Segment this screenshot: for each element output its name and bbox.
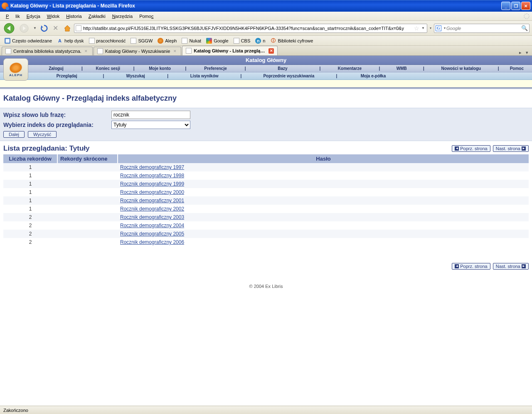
nav-preferencje[interactable]: Preferencje (189, 65, 242, 72)
statusbar: Zakończono (0, 406, 532, 414)
tab-wyszukiwanie[interactable]: Katalog Główny - Wyszukiwanie ✕ (94, 47, 181, 55)
cell-count: 1 (3, 180, 57, 188)
phrase-input[interactable] (111, 111, 190, 119)
entry-link[interactable]: Rocznik demograficzny 1997 (120, 164, 184, 170)
menu-view[interactable]: Widok (44, 13, 63, 20)
next-page-button[interactable]: Nast. strona► (493, 145, 529, 152)
aleph-logo[interactable]: ALEPH (3, 58, 28, 81)
index-select[interactable]: Tytuły (111, 121, 190, 129)
search-engine-icon[interactable]: G (436, 25, 441, 31)
tab-lista-przegladania[interactable]: Katalog Główny - Lista przegląda... ✕ (182, 46, 278, 55)
entry-link[interactable]: Rocznik demograficzny 1999 (120, 181, 184, 187)
close-button[interactable]: ✕ (521, 2, 530, 10)
list-tabs-button[interactable]: ▾ (524, 50, 530, 55)
search-bar[interactable]: G ▾ 🔍 (434, 24, 530, 33)
cell-entry: Rocznik demograficzny 2002 (118, 205, 529, 213)
entry-link[interactable]: Rocznik demograficzny 2000 (120, 189, 184, 195)
nav-poprzednie[interactable]: Poprzednie wyszukiwania (244, 72, 333, 79)
menu-file[interactable]: Plik (2, 13, 23, 20)
tab-close-icon[interactable]: ✕ (84, 49, 89, 54)
stop-button[interactable]: ✕ (51, 23, 61, 33)
search-input[interactable] (446, 26, 521, 31)
window-titlebar: Katalog Główny - Lista przeglądania - Mo… (0, 0, 532, 12)
tab-close-icon[interactable]: ✕ (268, 48, 274, 54)
tab-close-icon[interactable]: ✕ (172, 49, 177, 54)
entry-link[interactable]: Rocznik demograficzny 1998 (120, 173, 184, 178)
prev-page-button-bottom[interactable]: ◄Poprz. strona (452, 263, 490, 270)
nav-moje-konto[interactable]: Moje konto (137, 65, 183, 72)
bookmark-biblioteki[interactable]: ⓘBiblioteki cyfrowe (268, 37, 315, 45)
nav-zaloguj[interactable]: Zaloguj (33, 65, 79, 72)
nav-lista-wynikow[interactable]: Lista wyników (171, 72, 238, 79)
search-go-icon[interactable]: 🔍 (521, 25, 528, 31)
minimize-button[interactable]: _ (501, 2, 510, 10)
history-dropdown-icon[interactable]: ▼ (32, 26, 37, 30)
home-button[interactable] (62, 23, 72, 33)
clear-button[interactable]: Wyczyść (28, 131, 57, 138)
aleph-icon (158, 38, 163, 44)
go-button[interactable]: Dalej (3, 131, 25, 138)
bookmark-czesto[interactable]: ▦Często odwiedzane (2, 37, 54, 45)
search-engine-dropdown-icon[interactable]: ▾ (443, 26, 446, 30)
bookmark-sggw[interactable]: SGGW (128, 37, 155, 45)
nav-wmb[interactable]: WMB (382, 65, 421, 72)
label-phrase: Wpisz słowo lub frazę: (3, 112, 109, 118)
table-row: 2Rocznik demograficzny 2003 (3, 213, 529, 221)
menu-bookmarks[interactable]: Zakładki (85, 13, 109, 20)
arrow-left-icon: ◄ (455, 264, 459, 268)
next-page-button-bottom[interactable]: Nast. strona► (493, 263, 529, 270)
bc-icon: ⓘ (270, 38, 276, 44)
maximize-button[interactable]: ❐ (511, 2, 520, 10)
menubar: Plik Edycja Widok Historia Zakładki Narz… (0, 12, 532, 21)
th-count: Liczba rekordów (3, 154, 57, 163)
bookmark-star-icon[interactable]: ☆ (413, 25, 421, 32)
cell-short (57, 188, 118, 196)
bookmark-nukat[interactable]: Nukat (180, 37, 203, 45)
menu-tools[interactable]: Narzędzia (109, 13, 136, 20)
new-tab-button[interactable]: ▸ (517, 50, 524, 55)
menu-history[interactable]: Historia (63, 13, 85, 20)
nav-bazy[interactable]: Bazy (249, 65, 317, 72)
page-content: ALEPH Katalog Główny Zaloguj| Koniec ses… (0, 56, 532, 406)
bookmark-n[interactable]: nn (253, 37, 267, 45)
entry-link[interactable]: Rocznik demograficzny 2003 (120, 214, 184, 220)
bookmark-pracochlonosc[interactable]: pracochłoność (87, 37, 128, 45)
entry-link[interactable]: Rocznik demograficzny 2001 (120, 198, 184, 203)
cell-count: 1 (3, 171, 57, 180)
browse-table: Liczba rekordów Rekordy skrócone Hasło 1… (3, 154, 529, 246)
cell-short (57, 238, 118, 246)
prev-page-button[interactable]: ◄Poprz. strona (452, 145, 490, 152)
nav-moja-epolka[interactable]: Moja e-półka (340, 72, 406, 79)
page-favicon-icon (76, 25, 81, 31)
url-input[interactable] (83, 26, 413, 31)
cell-short (57, 196, 118, 205)
forward-button[interactable] (17, 22, 31, 35)
entry-link[interactable]: Rocznik demograficzny 2006 (120, 239, 184, 245)
url-bar[interactable]: ☆ ▼ (74, 24, 427, 33)
menu-edit[interactable]: Edycja (23, 13, 44, 20)
nav-nowosci[interactable]: Nowości w katalogu (427, 65, 495, 72)
bookmark-cbs[interactable]: CBS (232, 37, 253, 45)
tab-centralna[interactable]: Centralna biblioteka statystyczna. ✕ (2, 47, 93, 55)
menu-help[interactable]: Pomoc (136, 13, 157, 20)
nav-przegladaj[interactable]: Przeglądaj (33, 72, 100, 79)
bookmark-aleph[interactable]: Aleph (155, 37, 179, 45)
reload-button[interactable] (39, 23, 49, 33)
cell-count: 1 (3, 163, 57, 171)
bookmark-helpdysk[interactable]: Ahelp dysk (55, 37, 86, 45)
entry-link[interactable]: Rocznik demograficzny 2005 (120, 231, 184, 237)
cell-entry: Rocznik demograficzny 2004 (118, 221, 529, 230)
bookmark-google[interactable]: Google (204, 37, 230, 45)
nav-wyszukaj[interactable]: Wyszukaj (106, 72, 165, 79)
nav-pomoc[interactable]: Pomoc (502, 65, 532, 72)
entry-link[interactable]: Rocznik demograficzny 2004 (120, 223, 184, 228)
nav-koniec-sesji[interactable]: Koniec sesji (85, 65, 131, 72)
nav-komentarze[interactable]: Komentarze (323, 65, 376, 72)
nav-row-1: Zaloguj| Koniec sesji| Moje konto| Prefe… (0, 65, 532, 72)
page-title: Katalog Główny - Przeglądaj indeks alfab… (3, 92, 529, 105)
url-history-icon[interactable]: ▾ (429, 26, 432, 30)
url-dropdown-icon[interactable]: ▼ (421, 26, 426, 30)
cell-entry: Rocznik demograficzny 1998 (118, 171, 529, 180)
entry-link[interactable]: Rocznik demograficzny 2002 (120, 206, 184, 212)
back-button[interactable] (2, 22, 16, 35)
